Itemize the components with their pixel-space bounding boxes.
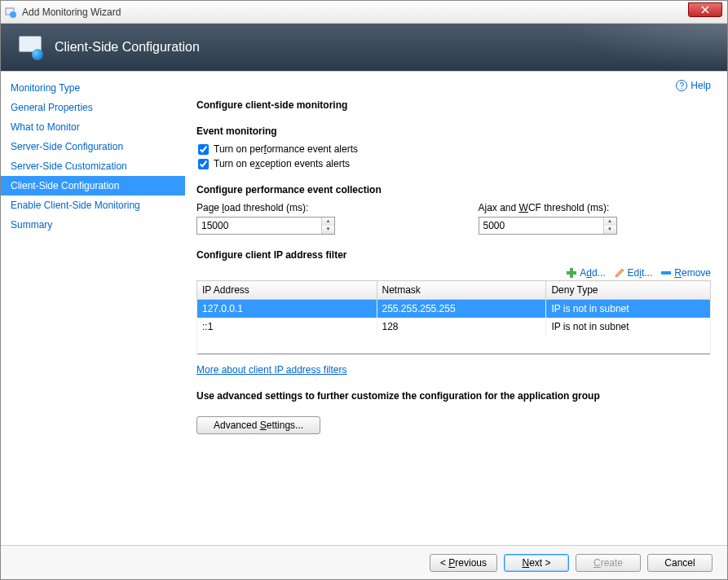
cell-deny: IP is not in subnet (546, 318, 711, 336)
page-load-threshold-input[interactable] (197, 218, 321, 234)
cell-netmask: 128 (377, 318, 546, 336)
cell-deny: IP is not in subnet (546, 300, 711, 319)
banner: Client-Side Configuration (1, 24, 727, 71)
heading-ip-filter: Configure client IP address filter (196, 249, 711, 261)
page-load-threshold-spinner[interactable]: ▲ ▼ (196, 217, 335, 235)
checkbox-exception-alerts-input[interactable] (198, 159, 209, 169)
cell-netmask: 255.255.255.255 (377, 300, 546, 319)
banner-title: Client-Side Configuration (55, 40, 200, 55)
create-button: Create (576, 554, 641, 572)
ajax-wcf-threshold-input[interactable] (479, 218, 603, 234)
nav-monitoring-type[interactable]: Monitoring Type (1, 78, 185, 98)
banner-icon (17, 34, 43, 60)
app-icon (4, 6, 17, 19)
nav-server-side-customization[interactable]: Server-Side Customization (1, 156, 185, 176)
cell-ip: ::1 (197, 318, 377, 336)
ip-filter-table[interactable]: IP Address Netmask Deny Type 127.0.0.1 2… (196, 280, 711, 354)
wizard-footer: < Previous Next > Create Cancel (1, 545, 727, 579)
heading-configure-client-side: Configure client-side monitoring (196, 99, 711, 111)
nav-what-to-monitor[interactable]: What to Monitor (1, 117, 185, 137)
help-label: Help (690, 80, 711, 91)
previous-button[interactable]: < Previous (430, 554, 497, 572)
checkbox-performance-alerts-input[interactable] (198, 144, 209, 155)
pencil-icon (614, 267, 625, 279)
col-deny-type[interactable]: Deny Type (546, 281, 711, 300)
next-button[interactable]: Next > (504, 554, 569, 572)
spinner-up-icon[interactable]: ▲ (322, 218, 334, 226)
checkbox-exception-alerts[interactable]: Turn on exception events alerts (196, 158, 711, 169)
plus-icon (566, 267, 577, 279)
heading-event-monitoring: Event monitoring (196, 125, 711, 137)
wizard-body: Monitoring Type General Properties What … (1, 71, 727, 545)
checkbox-performance-alerts[interactable]: Turn on performance event alerts (196, 143, 711, 155)
help-link[interactable]: ? Help (676, 80, 711, 91)
cell-ip: 127.0.0.1 (197, 300, 377, 319)
nav-summary[interactable]: Summary (1, 215, 185, 235)
titlebar: Add Monitoring Wizard (1, 1, 727, 24)
help-icon: ? (676, 80, 687, 91)
checkbox-exception-alerts-label: Turn on exception events alerts (214, 158, 350, 169)
svg-point-1 (10, 11, 16, 18)
spinner-down-icon[interactable]: ▼ (322, 226, 334, 234)
nav-general-properties[interactable]: General Properties (1, 98, 185, 117)
sidebar: Monitoring Type General Properties What … (1, 72, 185, 545)
close-icon (701, 6, 709, 14)
nav-enable-client-side-monitoring[interactable]: Enable Client-Side Monitoring (1, 196, 185, 215)
ip-filter-toolbar: Add... Edit... Remove (196, 267, 711, 279)
advanced-settings-button[interactable]: Advanced Settings... (196, 416, 320, 434)
heading-advanced: Use advanced settings to further customi… (196, 390, 711, 402)
window-title: Add Monitoring Wizard (22, 7, 121, 18)
nav-server-side-configuration[interactable]: Server-Side Configuration (1, 137, 185, 156)
spinner-up-icon[interactable]: ▲ (604, 218, 616, 226)
content-pane: ? Help Configure client-side monitoring … (185, 72, 727, 545)
ajax-wcf-threshold-spinner[interactable]: ▲ ▼ (479, 217, 617, 235)
ajax-wcf-threshold-label: Ajax and WCF threshold (ms): (479, 202, 712, 213)
remove-button[interactable]: Remove (660, 267, 711, 279)
col-ip-address[interactable]: IP Address (197, 281, 377, 300)
col-netmask[interactable]: Netmask (377, 281, 546, 300)
table-row[interactable]: ::1 128 IP is not in subnet (197, 318, 711, 336)
link-more-about-filters[interactable]: More about client IP address filters (196, 364, 347, 376)
nav-client-side-configuration[interactable]: Client-Side Configuration (1, 176, 185, 196)
heading-performance-collection: Configure performance event collection (196, 184, 711, 196)
close-button[interactable] (688, 2, 722, 17)
page-load-threshold-label: Page load threshold (ms): (196, 202, 430, 213)
cancel-button[interactable]: Cancel (647, 554, 713, 572)
minus-icon (660, 267, 672, 279)
table-row[interactable]: 127.0.0.1 255.255.255.255 IP is not in s… (197, 300, 711, 319)
edit-button[interactable]: Edit... (614, 267, 653, 279)
add-button[interactable]: Add... (566, 267, 605, 279)
checkbox-performance-alerts-label: Turn on performance event alerts (214, 143, 358, 155)
svg-rect-5 (567, 271, 576, 275)
spinner-down-icon[interactable]: ▼ (604, 226, 616, 234)
svg-rect-6 (661, 271, 671, 275)
table-row-empty (197, 336, 711, 354)
